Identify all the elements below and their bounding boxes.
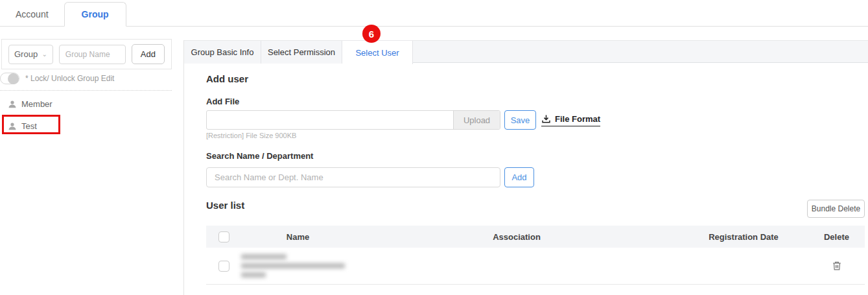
row-delete-cell [808,261,865,271]
redacted-user-info [241,252,355,280]
row-checkbox[interactable] [218,261,229,272]
user-table: Name Association Registration Date Delet… [206,226,865,285]
file-path-input[interactable] [207,111,453,129]
group-name-input[interactable] [59,45,126,64]
group-create-panel: Group ⌄ Add [1,39,172,69]
user-list-title: User list [206,200,244,211]
file-input-group: Upload [206,110,500,130]
search-add-button[interactable]: Add [504,167,534,187]
tab-group-basic-info[interactable]: Group Basic Info [184,41,261,64]
lock-toggle-label: * Lock/ Unlock Group Edit [25,74,114,83]
lock-toggle-row: * Lock/ Unlock Group Edit [0,73,114,84]
tab-account[interactable]: Account [0,3,64,26]
group-admin-screen: Account Group Group ⌄ Add * Lock/ Unlock… [0,0,868,295]
file-format-link[interactable]: File Format [541,114,600,126]
select-all-checkbox[interactable] [218,231,229,242]
person-icon [8,100,17,109]
redacted-name [241,254,287,259]
trash-icon[interactable] [832,261,842,271]
search-section-label: Search Name / Department [206,151,313,161]
tab-select-user[interactable]: Select User [342,41,413,64]
header-checkbox-cell [206,231,241,242]
sidebar-item-member[interactable]: Member [8,99,53,109]
file-format-label: File Format [555,114,600,124]
column-header-name: Name [241,232,355,242]
save-button[interactable]: Save [504,110,536,130]
sidebar-divider [0,90,172,91]
row-name-cell [241,252,355,280]
file-restriction-note: [Restriction] File Size 900KB [206,132,296,139]
group-type-select[interactable]: Group ⌄ [8,45,53,64]
column-header-association: Association [355,232,679,242]
column-header-delete: Delete [808,232,865,242]
upload-button[interactable]: Upload [453,111,500,129]
group-type-select-value: Group [14,49,38,59]
download-icon [541,114,551,124]
main-tab-bar: Group Basic Info Select Permission Selec… [184,40,868,63]
chevron-down-icon: ⌄ [41,51,47,58]
add-group-button[interactable]: Add [132,44,165,64]
top-tab-bar: Account Group [0,0,868,27]
column-header-registration-date: Registration Date [679,232,808,242]
redacted-email [241,263,345,268]
main-panel-divider [183,40,184,295]
bundle-delete-button[interactable]: Bundle Delete [807,200,865,218]
search-input[interactable] [206,167,500,187]
tab-group[interactable]: Group [64,2,126,27]
add-file-label: Add File [206,97,239,106]
redacted-detail [241,272,266,277]
sidebar-item-label: Member [21,99,53,109]
tab-select-permission[interactable]: Select Permission [261,41,342,64]
lock-unlock-toggle[interactable] [0,73,19,84]
red-highlight-annotation [2,115,60,134]
row-checkbox-cell [206,261,241,272]
table-row [206,248,865,285]
user-table-header: Name Association Registration Date Delet… [206,226,865,248]
step-number-badge: 6 [362,25,381,43]
add-user-title: Add user [206,73,248,84]
toggle-knob [8,73,19,84]
